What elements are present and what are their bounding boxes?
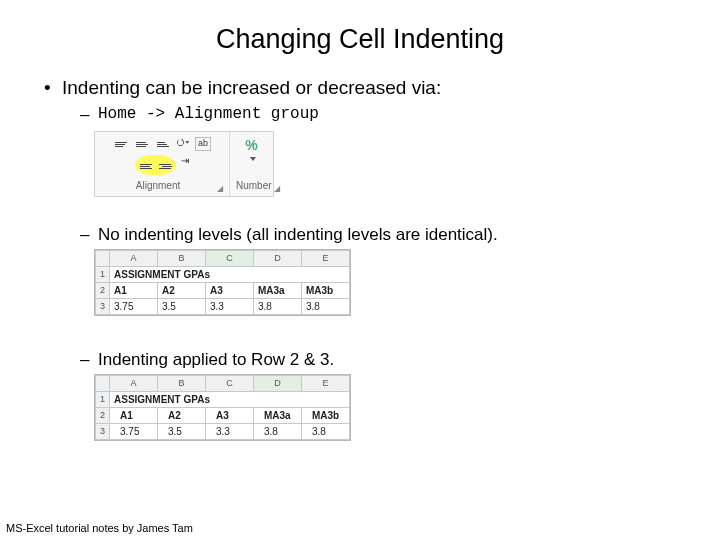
- bullet-text: Home -> Alignment group: [98, 105, 319, 125]
- slide-title: Changing Cell Indenting: [0, 24, 720, 55]
- cell: 3.8: [254, 298, 302, 314]
- cell: MA3a: [254, 407, 302, 423]
- bullet-text: No indenting levels (all indenting level…: [98, 225, 498, 245]
- col-header: C: [206, 375, 254, 391]
- col-header: E: [302, 250, 350, 266]
- col-header: D: [254, 375, 302, 391]
- cell: A3: [206, 282, 254, 298]
- cell: ASSIGNMENT GPAs: [110, 391, 350, 407]
- cell: A2: [158, 407, 206, 423]
- slide-body: • Indenting can be increased or decrease…: [0, 77, 720, 451]
- align-top-icon: [113, 137, 129, 151]
- col-header: A: [110, 250, 158, 266]
- cell: MA3b: [302, 282, 350, 298]
- col-header: B: [158, 375, 206, 391]
- footer-text: MS-Excel tutorial notes by James Tam: [6, 522, 193, 534]
- select-all-corner: [96, 375, 110, 391]
- dialog-launcher-icon: ◢: [274, 184, 280, 193]
- cell: 3.75: [110, 423, 158, 439]
- row-header: 2: [96, 282, 110, 298]
- alignment-group-label: Alignment: [101, 179, 215, 194]
- ribbon-alignment-group-figure: ⭯▾ ab ⇥ Alignment ◢ %: [94, 131, 274, 197]
- col-header: A: [110, 375, 158, 391]
- worksheet-no-indent: A B C D E 1 ASSIGNMENT GPAs 2 A1 A2 A3 M…: [94, 249, 351, 316]
- cell: 3.5: [158, 298, 206, 314]
- cell: 3.3: [206, 423, 254, 439]
- dialog-launcher-icon: ◢: [217, 184, 223, 193]
- col-header: B: [158, 250, 206, 266]
- cell: A1: [110, 282, 158, 298]
- bullet-dash-icon: –: [80, 350, 98, 370]
- merge-icon: ⇥: [181, 155, 189, 175]
- wrap-text-icon: ab: [195, 137, 211, 151]
- horizontal-align-row: ⇥: [135, 155, 189, 175]
- cell: 3.5: [158, 423, 206, 439]
- cell: 3.75: [110, 298, 158, 314]
- bullet-text: Indenting can be increased or decreased …: [62, 77, 441, 99]
- select-all-corner: [96, 250, 110, 266]
- cell: A2: [158, 282, 206, 298]
- number-group-label: Number: [236, 179, 272, 194]
- dropdown-icon: [250, 157, 256, 161]
- bullet-level1: • Indenting can be increased or decrease…: [44, 77, 690, 99]
- cell: ASSIGNMENT GPAs: [110, 266, 350, 282]
- worksheet-with-indent: A B C D E 1 ASSIGNMENT GPAs 2 A1 A2 A3 M…: [94, 374, 351, 441]
- bullet-level2-noindent: – No indenting levels (all indenting lev…: [80, 225, 690, 245]
- row-header: 3: [96, 423, 110, 439]
- cell: 3.8: [302, 298, 350, 314]
- bullet-text: Indenting applied to Row 2 & 3.: [98, 350, 334, 370]
- row-header: 2: [96, 407, 110, 423]
- col-header: C: [206, 250, 254, 266]
- cell: 3.8: [254, 423, 302, 439]
- cell: MA3b: [302, 407, 350, 423]
- bullet-dot-icon: •: [44, 77, 62, 99]
- row-header: 3: [96, 298, 110, 314]
- bullet-level2-path: – Home -> Alignment group: [80, 105, 690, 125]
- increase-indent-icon: [157, 160, 173, 174]
- cell: A1: [110, 407, 158, 423]
- bullet-level2-indent: – Indenting applied to Row 2 & 3.: [80, 350, 690, 370]
- bullet-dash-icon: –: [80, 105, 98, 125]
- cell: MA3a: [254, 282, 302, 298]
- orientation-icon: ⭯▾: [176, 137, 190, 151]
- row-header: 1: [96, 391, 110, 407]
- decrease-indent-icon: [138, 160, 154, 174]
- bullet-dash-icon: –: [80, 225, 98, 245]
- vertical-align-row: ⭯▾ ab: [113, 137, 211, 151]
- percent-icon: %: [245, 137, 257, 153]
- cell: A3: [206, 407, 254, 423]
- col-header: E: [302, 375, 350, 391]
- align-middle-icon: [134, 137, 150, 151]
- align-bottom-icon: [155, 137, 171, 151]
- col-header: D: [254, 250, 302, 266]
- row-header: 1: [96, 266, 110, 282]
- cell: 3.3: [206, 298, 254, 314]
- cell: 3.8: [302, 423, 350, 439]
